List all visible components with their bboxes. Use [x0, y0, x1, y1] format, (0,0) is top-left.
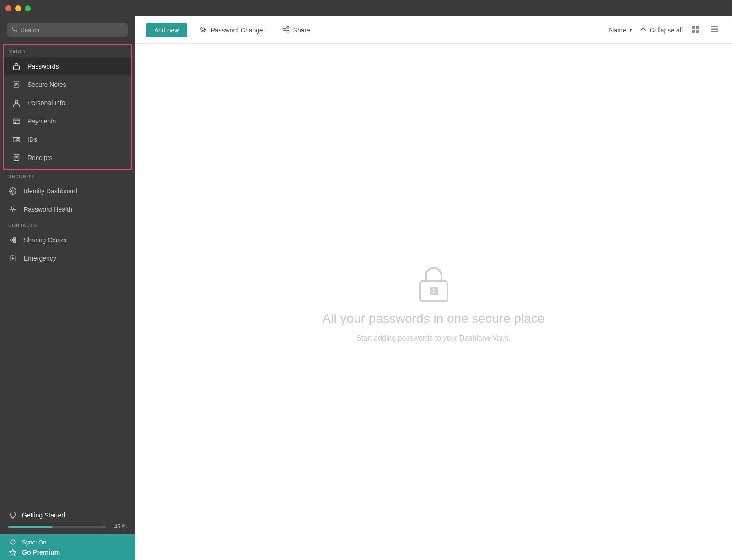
sort-button[interactable]: Name ▼: [609, 27, 633, 34]
svg-point-39: [287, 30, 289, 32]
add-new-button[interactable]: Add new: [146, 23, 187, 37]
collapse-label: Collapse all: [650, 27, 683, 34]
collapse-icon: [640, 26, 647, 34]
minimize-button[interactable]: [15, 5, 21, 11]
search-placeholder: Search: [21, 27, 39, 33]
toolbar-right: Name ▼ Collapse all: [609, 23, 721, 37]
lock-icon: [12, 62, 21, 71]
person-icon: [12, 98, 21, 107]
emergency-icon: [8, 254, 17, 263]
contacts-label: CONTACTS: [0, 219, 135, 231]
sidebar-item-personal-info[interactable]: Personal Info: [4, 94, 131, 112]
sidebar-item-receipts[interactable]: Receipts: [4, 149, 131, 167]
svg-line-28: [13, 240, 14, 241]
sidebar-item-label: Secure Notes: [27, 81, 66, 88]
svg-text:1: 1: [432, 288, 435, 294]
getting-started-label: Getting Started: [22, 512, 65, 519]
health-icon: [8, 205, 17, 214]
sort-label: Name: [609, 27, 626, 34]
svg-line-1: [16, 30, 17, 32]
sidebar-item-label: Passwords: [27, 63, 59, 70]
svg-marker-35: [10, 549, 16, 556]
sidebar-item-label: Receipts: [27, 154, 52, 161]
progress-label: 45 %: [110, 523, 127, 530]
sidebar-item-label: Payments: [27, 117, 56, 125]
collapse-all-button[interactable]: Collapse all: [640, 26, 683, 34]
sidebar-item-label: Password Health: [24, 206, 72, 213]
sort-chevron-icon: ▼: [629, 27, 633, 32]
empty-state-subtitle: Start adding passwords to your Dashlane …: [356, 334, 511, 342]
note-icon: [12, 80, 21, 89]
empty-state: 1 All your passwords in one secure place…: [135, 44, 732, 560]
lightbulb-icon: [8, 511, 17, 520]
svg-point-19: [11, 190, 14, 192]
svg-point-7: [15, 100, 18, 103]
sidebar-item-label: Sharing Center: [24, 236, 67, 244]
progress-track: [8, 526, 106, 528]
search-icon: [12, 26, 18, 33]
sharing-icon: [8, 235, 17, 245]
svg-point-37: [283, 28, 285, 31]
empty-lock-icon: 1: [413, 262, 454, 303]
svg-point-24: [11, 239, 13, 241]
sync-icon: [8, 538, 17, 547]
list-view-button[interactable]: [708, 23, 721, 37]
empty-state-title: All your passwords in one secure place: [323, 311, 545, 326]
premium-row[interactable]: Go Premium: [8, 548, 127, 557]
vault-section: VAULT Passwords: [3, 44, 132, 170]
svg-rect-44: [692, 30, 695, 33]
svg-rect-45: [696, 30, 699, 33]
search-bar[interactable]: Search: [7, 23, 128, 37]
close-button[interactable]: [5, 5, 11, 11]
svg-point-36: [202, 28, 205, 30]
sync-row: Sync: On: [8, 538, 127, 547]
titlebar: [0, 0, 732, 16]
star-icon: [8, 548, 17, 557]
sync-bar[interactable]: Sync: On Go Premium: [0, 534, 135, 560]
receipt-icon: [12, 153, 21, 162]
toolbar: Add new Password Changer: [135, 16, 732, 44]
sidebar-item-ids[interactable]: IDs: [4, 130, 131, 149]
svg-rect-48: [711, 31, 718, 32]
sidebar-item-passwords[interactable]: Passwords: [4, 57, 131, 75]
sidebar-item-label: Personal Info: [27, 99, 65, 107]
getting-started-header: Getting Started: [8, 511, 127, 520]
share-button[interactable]: Share: [277, 22, 315, 37]
password-changer-label: Password Changer: [210, 27, 265, 34]
share-icon: [282, 25, 290, 35]
identity-icon: [8, 187, 17, 196]
svg-line-41: [285, 30, 287, 31]
svg-rect-47: [711, 29, 718, 30]
sidebar-item-label: Emergency: [24, 255, 56, 262]
sidebar-item-emergency[interactable]: Emergency: [0, 249, 135, 267]
progress-fill: [8, 526, 52, 528]
svg-point-38: [287, 26, 289, 28]
security-label: SECURITY: [0, 170, 135, 182]
svg-rect-2: [14, 66, 20, 70]
id-icon: [12, 135, 21, 144]
sidebar-item-sharing-center[interactable]: Sharing Center: [0, 231, 135, 249]
main-content: Add new Password Changer: [135, 16, 732, 560]
sidebar-item-password-health[interactable]: Password Health: [0, 200, 135, 219]
sidebar-item-payments[interactable]: Payments: [4, 112, 131, 130]
premium-text: Go Premium: [22, 549, 60, 556]
svg-line-40: [285, 27, 287, 29]
share-label: Share: [293, 27, 310, 34]
sidebar-item-secure-notes[interactable]: Secure Notes: [4, 75, 131, 94]
svg-line-27: [13, 239, 14, 240]
maximize-button[interactable]: [25, 5, 31, 11]
sync-text: Sync: On: [22, 539, 46, 546]
grid-view-button[interactable]: [689, 23, 702, 37]
sidebar-item-identity-dashboard[interactable]: Identity Dashboard: [0, 182, 135, 200]
svg-rect-46: [711, 26, 718, 27]
svg-rect-14: [17, 139, 19, 141]
password-changer-button[interactable]: Password Changer: [194, 22, 269, 37]
sidebar: Search VAULT Passwords: [0, 16, 135, 560]
getting-started: Getting Started 45 %: [0, 504, 135, 534]
sidebar-item-label: Identity Dashboard: [24, 187, 78, 195]
payment-icon: [12, 117, 21, 126]
svg-rect-42: [692, 26, 695, 29]
vault-label: VAULT: [4, 45, 131, 57]
sidebar-item-label: IDs: [27, 136, 37, 143]
app-body: Search VAULT Passwords: [0, 16, 732, 560]
